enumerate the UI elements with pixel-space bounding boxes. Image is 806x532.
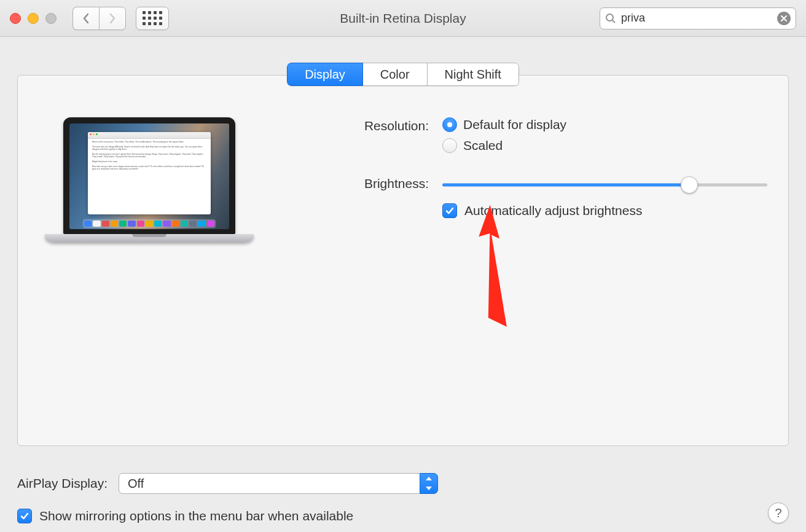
chevron-left-icon [82, 13, 90, 24]
tabs-segment: Display Color Night Shift [287, 63, 519, 86]
system-preferences-window: Built-in Retina Display Display Color Ni… [0, 0, 806, 532]
preview-paragraph: Maybe they have to be crazy. [92, 160, 206, 163]
svg-point-0 [606, 14, 613, 21]
forward-button[interactable] [99, 7, 126, 30]
search-icon [605, 13, 616, 24]
tab-color[interactable]: Color [362, 63, 428, 86]
airplay-label: AirPlay Display: [17, 476, 108, 491]
select-stepper[interactable] [420, 473, 438, 494]
search-field-container[interactable] [600, 7, 796, 29]
laptop-icon: Here's to the crazy ones. The misfits. T… [45, 117, 254, 243]
x-icon [781, 15, 787, 22]
zoom-window-button[interactable] [45, 13, 57, 24]
slider-knob[interactable] [681, 176, 698, 194]
select-value: Off [128, 477, 144, 491]
checkmark-icon [17, 509, 32, 523]
show-all-button[interactable] [136, 7, 169, 30]
search-input[interactable] [620, 11, 777, 25]
auto-brightness-checkbox[interactable]: Automatically adjust brightness [442, 203, 767, 218]
close-window-button[interactable] [10, 13, 21, 24]
footer: AirPlay Display: Off Show mirroring opti… [17, 473, 789, 523]
display-preview: Here's to the crazy ones. The misfits. T… [39, 117, 260, 243]
minimize-window-button[interactable] [28, 13, 39, 24]
brightness-slider[interactable] [442, 178, 767, 192]
help-glyph: ? [775, 506, 781, 520]
radio-label: Default for display [463, 117, 566, 132]
show-mirroring-checkbox[interactable]: Show mirroring options in the menu bar w… [17, 509, 789, 523]
preview-paragraph: How else can you stare at an empty canva… [92, 165, 206, 170]
airplay-select[interactable]: Off [119, 473, 438, 494]
tab-display[interactable]: Display [287, 63, 363, 86]
radio-indicator-icon [442, 117, 457, 132]
resolution-radio-group: Default for display Scaled [442, 117, 566, 153]
tabs-row: Display Color Night Shift [0, 63, 806, 86]
resolution-label: Resolution: [327, 117, 442, 133]
form-column: Resolution: Default for display Scaled [260, 117, 767, 243]
brightness-label: Brightness: [327, 176, 442, 191]
resolution-default-radio[interactable]: Default for display [442, 117, 566, 132]
checkmark-icon [442, 203, 457, 218]
clear-search-button[interactable] [777, 12, 791, 25]
back-button[interactable] [72, 7, 99, 30]
preview-paragraph: Here's to the crazy ones. The misfits. T… [92, 141, 206, 143]
tab-night-shift[interactable]: Night Shift [427, 63, 519, 86]
slider-fill [442, 184, 689, 187]
svg-line-1 [612, 20, 615, 23]
radio-indicator-icon [442, 138, 457, 153]
checkbox-label: Automatically adjust brightness [464, 203, 642, 218]
help-button[interactable]: ? [768, 503, 789, 523]
apps-grid-icon [143, 11, 162, 25]
chevron-right-icon [108, 13, 117, 24]
preview-paragraph: But the only thing you can't do is ignor… [92, 153, 206, 158]
chevron-down-icon [420, 483, 437, 493]
preview-paragraph: The ones who see things differently. The… [92, 146, 206, 151]
toolbar: Built-in Retina Display [0, 0, 806, 37]
traffic-lights [10, 13, 57, 24]
nav-segment [72, 7, 126, 30]
checkbox-label: Show mirroring options in the menu bar w… [39, 509, 353, 523]
resolution-scaled-radio[interactable]: Scaled [442, 138, 566, 153]
chevron-up-icon [420, 474, 437, 483]
settings-panel: Here's to the crazy ones. The misfits. T… [17, 75, 789, 446]
radio-label: Scaled [463, 138, 503, 153]
